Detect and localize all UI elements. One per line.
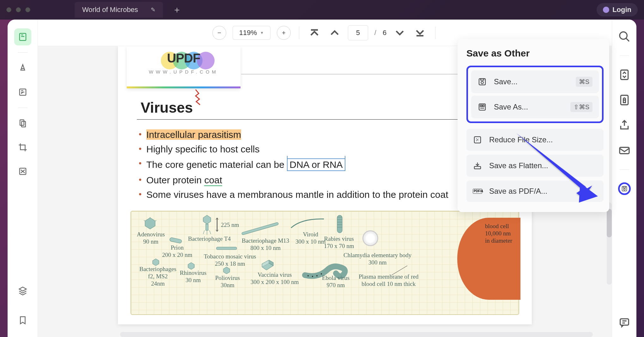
adenovirus-icon bbox=[144, 217, 156, 230]
vaccinia-icon bbox=[259, 257, 275, 271]
svg-rect-17 bbox=[241, 222, 279, 235]
svg-marker-28 bbox=[223, 267, 230, 274]
window-controls bbox=[6, 7, 30, 12]
page-slash: / bbox=[374, 29, 376, 37]
svg-line-12 bbox=[155, 220, 156, 221]
save-label: Save... bbox=[494, 77, 569, 86]
save-option[interactable]: Save... ⌘S bbox=[471, 70, 599, 93]
protect-button[interactable] bbox=[618, 94, 631, 106]
login-button[interactable]: Login bbox=[597, 3, 638, 16]
chevron-down-icon: ▼ bbox=[260, 31, 264, 35]
avatar-icon bbox=[603, 7, 609, 13]
page-heading: Viruses bbox=[141, 99, 193, 116]
polio-label: Poliovirus 30nm bbox=[215, 275, 240, 289]
reader-mode-button[interactable] bbox=[14, 28, 31, 45]
email-button[interactable] bbox=[618, 144, 631, 157]
vertical-scrollbar-thumb[interactable] bbox=[607, 209, 612, 237]
bacteriophage-t4-icon bbox=[201, 215, 213, 235]
search-button[interactable] bbox=[618, 30, 631, 43]
prion-icon bbox=[168, 236, 184, 244]
maximize-dot[interactable] bbox=[25, 7, 30, 12]
ebola-label: Ebola virus 970 nm bbox=[322, 275, 349, 289]
horizontal-scrollbar[interactable] bbox=[120, 332, 593, 337]
bactf2-label: Bacteriophages f2, MS2 24nm bbox=[139, 266, 176, 287]
annotate-button[interactable] bbox=[14, 60, 31, 77]
comments-button[interactable] bbox=[618, 316, 631, 329]
brand-watermark: UPDF WWW.UPDF.COM bbox=[127, 46, 240, 88]
save-as-label: Save As... bbox=[494, 103, 563, 111]
brand-site: WWW.UPDF.COM bbox=[127, 69, 240, 74]
bact-m13-icon bbox=[239, 218, 283, 237]
rabies-icon bbox=[333, 214, 346, 235]
share-button[interactable] bbox=[618, 119, 631, 132]
svg-rect-18 bbox=[337, 215, 342, 233]
svg-point-45 bbox=[481, 81, 483, 84]
first-page-button[interactable] bbox=[307, 26, 321, 40]
svg-rect-39 bbox=[620, 147, 629, 154]
last-page-button[interactable] bbox=[413, 26, 427, 40]
save-as-option[interactable]: Save As... ⇧⌘S bbox=[471, 96, 599, 118]
highlighted-save-options: Save... ⌘S Save As... ⇧⌘S bbox=[466, 66, 604, 123]
red-squiggle-annotation bbox=[193, 88, 207, 107]
prev-page-button[interactable] bbox=[328, 26, 342, 40]
svg-rect-46 bbox=[481, 79, 484, 80]
bloodcell-label: blood cell 10,000 nm in diameter bbox=[485, 223, 512, 244]
svg-rect-42 bbox=[623, 186, 625, 188]
rhinovirus-icon bbox=[187, 262, 195, 269]
save-pdfa-option[interactable]: PDF/A Save as PDF/A... bbox=[466, 180, 604, 202]
login-label: Login bbox=[612, 6, 631, 14]
redact-button[interactable] bbox=[14, 163, 31, 180]
save-as-other-button[interactable] bbox=[618, 182, 631, 195]
page-total: 6 bbox=[383, 29, 386, 37]
titlebar: World of Microbes ✎ ＋ Login bbox=[0, 0, 644, 20]
svg-point-41 bbox=[623, 188, 625, 190]
rhino-label: Rhinovirus 30 nm bbox=[180, 269, 206, 284]
edit-text-button[interactable] bbox=[14, 84, 31, 101]
convert-button[interactable] bbox=[618, 68, 631, 81]
tmv-icon bbox=[216, 245, 238, 251]
edit-tab-icon[interactable]: ✎ bbox=[151, 6, 155, 13]
svg-rect-51 bbox=[474, 167, 481, 169]
document-tab[interactable]: World of Microbes ✎ bbox=[75, 2, 163, 18]
pdfa-label: Save as PDF/A... bbox=[489, 187, 597, 196]
svg-point-30 bbox=[312, 276, 313, 277]
svg-line-35 bbox=[626, 38, 629, 41]
plasma-label: Plasma membrane of red blood cell 10 nm … bbox=[359, 273, 418, 288]
viroid-label: Viroid 300 x 10 nm bbox=[295, 231, 326, 245]
chlamydia-icon bbox=[362, 230, 378, 246]
prion-label: Prion 200 x 20 nm bbox=[162, 244, 192, 259]
svg-point-31 bbox=[316, 275, 318, 276]
svg-rect-49 bbox=[483, 105, 484, 107]
zoom-out-button[interactable] bbox=[212, 26, 226, 40]
zoom-value: 119% bbox=[239, 29, 257, 37]
virus-diagram: Adenovirus 90 nm Bacteriophage T4 225 nm… bbox=[131, 211, 519, 315]
svg-rect-15 bbox=[206, 224, 208, 230]
left-sidebar bbox=[8, 20, 38, 337]
close-dot[interactable] bbox=[6, 7, 11, 12]
bookmark-button[interactable] bbox=[14, 312, 31, 329]
right-sidebar bbox=[612, 20, 636, 337]
next-page-button[interactable] bbox=[393, 26, 407, 40]
size-arrow-icon bbox=[215, 217, 220, 232]
crop-button[interactable] bbox=[14, 139, 31, 156]
adenovirus-label: Adenovirus 90 nm bbox=[137, 231, 165, 245]
svg-rect-24 bbox=[169, 237, 182, 244]
zoom-in-button[interactable] bbox=[277, 26, 291, 40]
size225-label: 225 nm bbox=[221, 222, 239, 229]
layers-button[interactable] bbox=[14, 282, 31, 299]
zoom-dropdown[interactable]: 119% ▼ bbox=[233, 26, 270, 40]
page-number-input[interactable]: 5 bbox=[348, 25, 368, 40]
minimize-dot[interactable] bbox=[16, 7, 21, 12]
save-shortcut: ⌘S bbox=[576, 77, 592, 87]
svg-point-34 bbox=[620, 32, 627, 39]
bactt4-label: Bacteriophage T4 bbox=[188, 235, 231, 243]
save-flatten-option[interactable]: Save as Flatten... bbox=[466, 155, 604, 177]
new-tab-button[interactable]: ＋ bbox=[173, 4, 181, 16]
svg-marker-14 bbox=[203, 215, 211, 224]
viroid-icon bbox=[289, 216, 327, 232]
reduce-file-size-option[interactable]: Reduce File Size... bbox=[466, 129, 604, 151]
bact-f2-icon bbox=[152, 258, 160, 266]
save-as-other-panel: Save as Other Save... ⌘S Save As... ⇧⌘S … bbox=[458, 39, 609, 212]
organize-pages-button[interactable] bbox=[14, 115, 31, 132]
flatten-label: Save as Flatten... bbox=[489, 161, 597, 170]
